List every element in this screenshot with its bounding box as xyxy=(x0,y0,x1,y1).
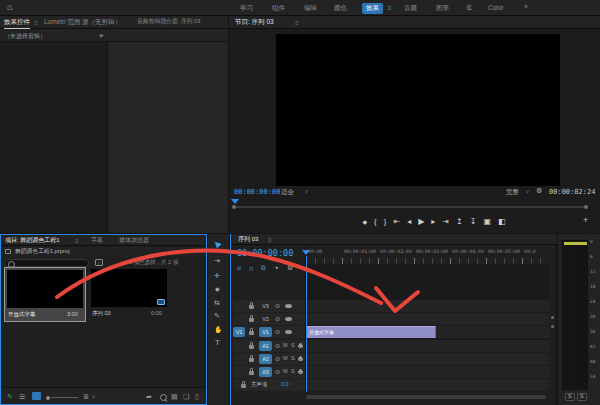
voiceover-record-mic-icon[interactable] xyxy=(299,369,302,373)
track-visibility-eye-icon[interactable] xyxy=(285,317,292,321)
program-current-timecode[interactable]: 00:00:00:00 xyxy=(234,189,280,196)
sync-lock-icon[interactable]: ⊙ xyxy=(275,329,280,335)
track-visibility-eye-icon[interactable] xyxy=(285,330,292,334)
timeline-ruler[interactable]: 00:00 00:00:01:00 00:00:02:00 00:00:03:0… xyxy=(306,246,549,264)
timeline-current-timecode[interactable]: 00:00:00:00 xyxy=(237,249,293,258)
vertical-scrollbar-dot-top[interactable] xyxy=(551,316,554,319)
sync-lock-icon[interactable]: ⊙ xyxy=(275,303,280,309)
project-item-sequence03[interactable]: 序列 03 0:00 xyxy=(89,267,171,322)
timeline-playhead-head-icon[interactable] xyxy=(302,250,310,255)
solo-button[interactable]: S xyxy=(291,343,295,349)
thumbnail-zoom-knob[interactable] xyxy=(46,396,50,400)
workspace-tab-audio[interactable]: 音频 xyxy=(404,5,417,12)
ripple-edit-tool[interactable]: ✛ xyxy=(214,272,220,279)
selection-tool[interactable]: ▶ xyxy=(212,239,222,249)
workspace-tab-effects-active[interactable]: 效果 xyxy=(362,3,383,14)
tab-captions[interactable]: 字幕 xyxy=(91,237,103,243)
lock-icon[interactable] xyxy=(249,345,254,349)
panel-menu-icon[interactable]: ≡ xyxy=(295,20,299,26)
solo-button[interactable]: S xyxy=(291,369,295,375)
hand-tool[interactable]: ✋ xyxy=(214,326,223,333)
expand-arrow-icon[interactable]: ▶ xyxy=(100,33,104,38)
workspace-tab-libraries[interactable]: 库 xyxy=(466,5,473,12)
tab-audio-clip-mixer[interactable]: 音频剪辑混合器: 序列 03 xyxy=(137,19,200,25)
program-quality-dropdown[interactable]: 完整 xyxy=(506,189,519,196)
comparison-view-icon[interactable]: ◧ xyxy=(498,217,506,226)
workspace-menu-icon[interactable]: ≡ xyxy=(388,5,392,11)
search-input[interactable] xyxy=(4,259,89,267)
program-fit-dropdown[interactable]: 适合 xyxy=(281,189,294,196)
button-editor-plus-icon[interactable]: + xyxy=(583,216,588,225)
automate-to-sequence-icon[interactable]: ➦ xyxy=(146,393,152,400)
program-settings-wrench-icon[interactable]: ⚙ xyxy=(536,187,542,194)
clear-trash-icon[interactable]: ▯ xyxy=(195,393,199,400)
track-content-a3[interactable] xyxy=(306,366,549,378)
track-target-v2[interactable]: V2 xyxy=(259,314,272,324)
go-to-out-icon[interactable]: ⇥ xyxy=(442,217,449,226)
new-bin-icon[interactable]: ▤ xyxy=(171,393,178,400)
type-tool[interactable]: T xyxy=(215,339,220,347)
panel-menu-icon[interactable]: ≡ xyxy=(268,237,272,243)
mark-out-icon[interactable]: } xyxy=(384,217,387,226)
lock-icon[interactable] xyxy=(249,358,254,362)
tab-timeline-sequence03[interactable]: 序列 03 xyxy=(238,236,258,242)
solo-right-button[interactable]: S xyxy=(577,393,587,401)
quality-dropdown-caret-icon[interactable]: ˅ xyxy=(526,190,529,195)
panel-menu-icon[interactable]: ≡ xyxy=(75,238,79,244)
lift-icon[interactable]: ↥ xyxy=(456,217,463,226)
tab-effect-controls[interactable]: 效果控件 xyxy=(4,19,30,29)
track-target-a1[interactable]: A1 xyxy=(259,341,272,351)
add-marker-icon[interactable]: ◆ xyxy=(362,218,367,225)
sort-icon[interactable]: ≣ xyxy=(83,393,89,400)
add-marker-icon[interactable]: ● xyxy=(275,265,278,270)
mark-in-icon[interactable]: { xyxy=(374,217,377,226)
scrubber-right-handle[interactable] xyxy=(584,205,588,209)
mute-button[interactable]: M xyxy=(283,356,288,362)
track-content-a1[interactable] xyxy=(306,340,549,352)
timeline-playhead-line[interactable] xyxy=(306,256,307,392)
workspace-tab-color-custom[interactable]: Color xyxy=(488,5,504,12)
tab-program-sequence03[interactable]: 节目: 序列 03 xyxy=(235,19,274,26)
linked-selection-toggle-icon[interactable]: ⧉ xyxy=(261,265,266,272)
lock-icon[interactable] xyxy=(249,305,254,309)
program-scrubber-track[interactable] xyxy=(235,206,587,208)
scrubber-left-handle[interactable] xyxy=(232,205,236,209)
sync-lock-icon[interactable]: ⊙ xyxy=(275,316,280,322)
tab-lumetri-scopes[interactable]: Lumetri 范围 xyxy=(44,19,80,26)
project-item-open-captions[interactable]: 开放式字幕 3:00 xyxy=(4,267,86,322)
panel-menu-icon[interactable]: ≡ xyxy=(34,20,38,26)
step-forward-icon[interactable]: ▸ xyxy=(431,217,435,226)
track-content-v2[interactable] xyxy=(306,313,549,325)
slip-tool[interactable]: ⇆ xyxy=(214,299,220,306)
solo-left-button[interactable]: S xyxy=(565,393,575,401)
new-item-icon[interactable]: ❏ xyxy=(183,393,189,400)
track-content-a2[interactable] xyxy=(306,353,549,365)
voiceover-record-mic-icon[interactable] xyxy=(299,343,302,347)
voiceover-record-mic-icon[interactable] xyxy=(299,356,302,360)
thumbnail-zoom-slider[interactable] xyxy=(51,397,78,398)
timeline-settings-wrench-icon[interactable]: ⚙ xyxy=(287,264,293,271)
fit-dropdown-caret-icon[interactable]: ˅ xyxy=(305,190,308,195)
go-to-in-icon[interactable]: ⇤ xyxy=(393,217,400,226)
track-content-master[interactable] xyxy=(306,379,549,391)
master-gain-value[interactable]: 0.0 xyxy=(281,382,289,388)
track-target-v3[interactable]: V3 xyxy=(259,301,272,311)
mute-button[interactable]: M xyxy=(283,369,288,375)
program-playhead-icon[interactable] xyxy=(231,199,239,204)
tab-project[interactable]: 项目: 舞蹈调色工程1 xyxy=(5,237,60,243)
pen-tool[interactable]: ✎ xyxy=(214,312,220,319)
track-visibility-eye-icon[interactable] xyxy=(285,304,292,308)
track-target-v1[interactable]: V1 xyxy=(259,327,272,337)
sync-lock-icon[interactable]: ⊙ xyxy=(275,356,280,362)
lock-icon[interactable] xyxy=(249,318,254,322)
nest-toggle-icon[interactable]: ⧈ xyxy=(237,265,241,272)
lock-icon[interactable] xyxy=(241,384,246,388)
workspace-tab-assembly[interactable]: 组件 xyxy=(272,5,285,12)
sync-lock-icon[interactable]: ⊙ xyxy=(275,369,280,375)
timeline-clip-open-captions[interactable]: 开放式字幕 xyxy=(306,326,436,338)
project-writable-icon[interactable]: ✎ xyxy=(7,393,13,400)
lock-icon[interactable] xyxy=(249,331,254,335)
filter-bin-icon[interactable]: ≡ xyxy=(95,259,103,266)
track-select-forward-tool[interactable]: ⇥ xyxy=(214,257,220,264)
solo-button[interactable]: S xyxy=(291,356,295,362)
